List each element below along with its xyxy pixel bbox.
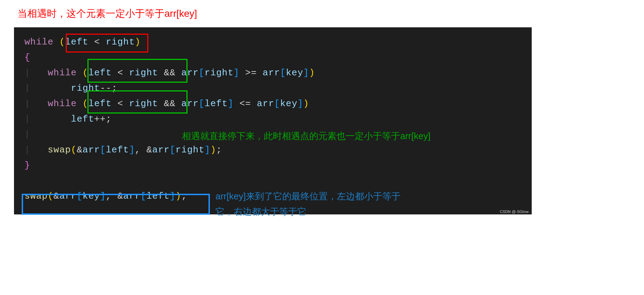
var-arr: arr — [257, 98, 274, 109]
var-key: key — [280, 98, 298, 109]
var-left: left — [65, 37, 88, 47]
var-left: left — [147, 191, 170, 201]
var-right: right — [129, 98, 158, 109]
var-right: right — [106, 37, 135, 47]
var-arr: arr — [152, 145, 170, 155]
var-right: right — [71, 83, 100, 94]
green-annotation: 相遇就直接停下来，此时相遇点的元素也一定小于等于arr[key] — [182, 130, 431, 142]
var-key: key — [83, 191, 100, 201]
title-annotation: 当相遇时，这个元素一定小于等于arr[key] — [17, 7, 630, 20]
var-left: left — [89, 98, 112, 109]
var-arr: arr — [263, 68, 280, 78]
keyword-while: while — [24, 37, 54, 47]
code-block: while (left < right) { | while (left < r… — [14, 27, 532, 214]
var-left: left — [89, 68, 112, 78]
blue-annotation-line1: arr[key]来到了它的最终位置，左边都小于等于 — [215, 188, 401, 204]
watermark: CSDN @-SGlow- — [500, 210, 530, 214]
var-arr: arr — [123, 191, 141, 201]
var-arr: arr — [59, 191, 77, 201]
var-left: left — [71, 114, 94, 124]
var-left: left — [205, 98, 228, 109]
var-arr: arr — [83, 145, 100, 155]
var-arr: arr — [181, 68, 199, 78]
keyword-while: while — [48, 68, 77, 78]
var-right: right — [176, 145, 205, 155]
var-right: right — [129, 68, 158, 78]
var-left: left — [106, 145, 129, 155]
var-arr: arr — [181, 98, 199, 109]
fn-swap: swap — [48, 145, 71, 155]
var-right: right — [205, 68, 234, 78]
code-wrapper: while (left < right) { | while (left < r… — [14, 27, 532, 214]
fn-swap: swap — [24, 191, 48, 201]
var-key: key — [286, 68, 303, 78]
blue-annotation-line2: 它，右边都大于等于它 — [215, 204, 401, 219]
blue-annotation: arr[key]来到了它的最终位置，左边都小于等于 它，右边都大于等于它 — [215, 188, 401, 219]
keyword-while: while — [48, 98, 77, 109]
